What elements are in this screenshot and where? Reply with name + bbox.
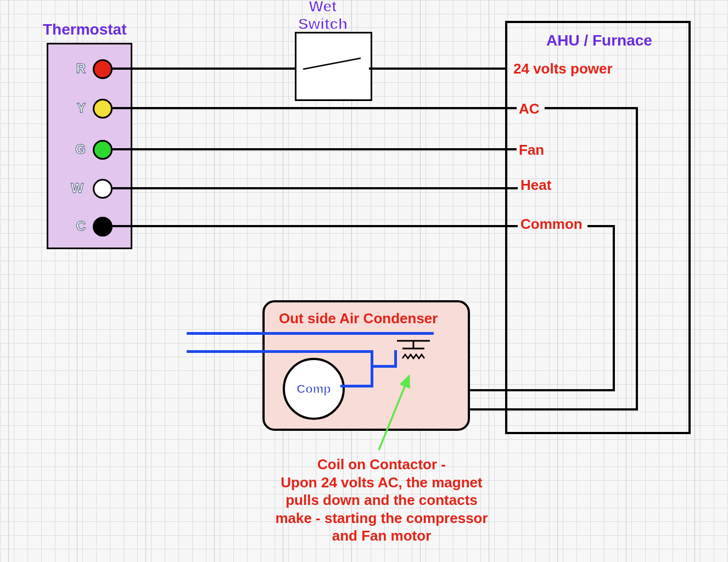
svg-line-4 bbox=[379, 376, 409, 450]
ahu-label-common: Common bbox=[520, 216, 583, 233]
wire-y bbox=[113, 107, 517, 109]
wire-g bbox=[113, 148, 517, 150]
terminal-dot-c bbox=[93, 217, 113, 237]
terminal-label-r: R bbox=[69, 61, 86, 76]
contactor-note: Coil on Contactor - Upon 24 volts AC, th… bbox=[266, 456, 497, 545]
terminal-dot-r bbox=[93, 59, 113, 79]
ahu-label-power: 24 volts power bbox=[513, 60, 613, 77]
compressor-label: Comp bbox=[296, 382, 331, 396]
svg-line-0 bbox=[303, 58, 361, 69]
blue-wire-top bbox=[187, 332, 434, 335]
wire-common-down bbox=[613, 225, 615, 391]
condenser-title: Out side Air Condenser bbox=[279, 310, 438, 327]
ahu-label-heat: Heat bbox=[520, 177, 551, 194]
wire-r-right bbox=[369, 68, 506, 70]
wiring-diagram: Wet Switch Thermostat R Y G W C AHU / Fu… bbox=[0, 0, 728, 562]
switch-contact-icon bbox=[295, 32, 369, 98]
wet-switch-title: Wet Switch bbox=[287, 0, 359, 33]
ahu-label-fan: Fan bbox=[519, 142, 544, 159]
terminal-label-y: Y bbox=[69, 100, 86, 116]
terminal-dot-g bbox=[93, 140, 113, 160]
terminal-dot-w bbox=[93, 179, 113, 199]
wire-ac-right bbox=[545, 107, 638, 109]
compressor-icon: Comp bbox=[283, 358, 345, 420]
ahu-title: AHU / Furnace bbox=[546, 32, 652, 49]
wire-c bbox=[113, 225, 518, 227]
terminal-label-g: G bbox=[69, 142, 86, 157]
wire-w bbox=[113, 187, 518, 189]
blue-wire-down2 bbox=[394, 350, 397, 367]
terminal-dot-y bbox=[93, 99, 113, 119]
terminal-label-c: C bbox=[69, 218, 86, 234]
arrow-to-contactor bbox=[362, 368, 428, 461]
terminal-label-w: W bbox=[67, 181, 83, 196]
blue-wire-bottom bbox=[187, 350, 373, 353]
ahu-label-ac: AC bbox=[519, 100, 540, 117]
wire-ac-down bbox=[636, 107, 638, 411]
contactor-icon bbox=[394, 336, 433, 369]
thermostat-box bbox=[47, 43, 132, 249]
wire-r-left bbox=[113, 68, 295, 70]
wire-common-right bbox=[587, 225, 615, 227]
thermostat-title: Thermostat bbox=[43, 21, 126, 38]
